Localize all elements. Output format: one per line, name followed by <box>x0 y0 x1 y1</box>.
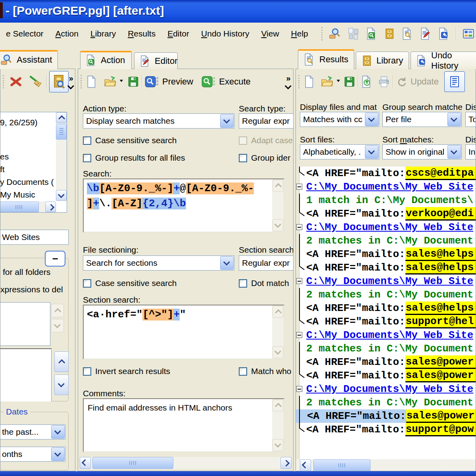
toolbar-grip[interactable] <box>3 75 6 88</box>
cleanup-broom-icon[interactable] <box>28 74 44 89</box>
dot-matches-checkbox[interactable]: Dot match <box>239 278 289 288</box>
tab-undo-history[interactable]: Undo History <box>411 52 476 69</box>
collapse-button[interactable]: − <box>45 251 65 267</box>
tab-library[interactable]: Library <box>356 52 409 69</box>
result-match-row[interactable]: <A HREF="mailto:sales@helps <box>296 301 476 315</box>
case-sensitive-checkbox[interactable]: Case sensitive search <box>83 136 177 145</box>
result-file-row[interactable]: C:\My Documents\My Web Site <box>296 180 476 194</box>
new-results-icon[interactable] <box>303 75 316 88</box>
menu-item-file-selector[interactable]: e Selector <box>0 29 50 38</box>
dates-period-dropdown[interactable] <box>51 447 65 461</box>
action-icon[interactable] <box>365 27 378 40</box>
tree-item[interactable]: 9, 26/259) <box>0 118 38 127</box>
open-dropdown-arrow[interactable] <box>337 80 340 84</box>
result-match-row[interactable]: <A HREF="mailto:sales@power <box>296 369 476 382</box>
undo-history-icon[interactable] <box>438 27 450 40</box>
result-match-row[interactable]: <A HREF="mailto:sales@helps <box>296 261 476 274</box>
tab-action[interactable]: Action <box>80 51 132 69</box>
display-files-dropdown[interactable] <box>365 113 378 126</box>
result-count-row[interactable]: 2 matches in C:\My Document <box>296 342 476 355</box>
result-match-row[interactable]: <A HREF="mailto:sales@helps <box>296 248 476 261</box>
toolbar-grip[interactable] <box>321 27 324 40</box>
expand-collapse-icon[interactable] <box>296 180 306 194</box>
mask-up-button[interactable] <box>51 304 64 317</box>
open-dropdown-arrow[interactable] <box>120 80 123 84</box>
exclude-masks-box[interactable] <box>0 348 52 401</box>
result-match-row[interactable]: <A HREF="mailto:sales@power <box>296 409 476 423</box>
display-files-combo[interactable]: Matches with cc <box>300 112 379 127</box>
dates-period-combo[interactable]: onths <box>0 447 65 462</box>
group-identical-checkbox[interactable]: Group ider <box>239 153 290 163</box>
open-action-icon[interactable] <box>103 75 117 88</box>
menu-item-library[interactable]: Library <box>84 29 122 38</box>
file-path-link[interactable]: C:\My Documents\My Web Site <box>306 275 473 287</box>
editor-icon[interactable] <box>419 27 432 40</box>
tree-hscrollbar[interactable] <box>0 202 56 212</box>
toolbar-grip[interactable] <box>298 75 301 88</box>
file-selector-icon[interactable] <box>329 27 342 40</box>
result-file-row[interactable]: C:\My Documents\My Web Site <box>296 221 476 234</box>
action-hscrollbar[interactable] <box>80 457 292 469</box>
file-path-link[interactable]: C:\My Documents\My Web Site <box>306 329 473 341</box>
result-match-row[interactable]: <A HREF="mailto:support@pow <box>296 423 476 436</box>
tree-item[interactable]: My Music <box>0 190 35 200</box>
group-matches-dropdown[interactable] <box>447 113 461 126</box>
title-bar[interactable]: - [PowerGREP.pgl] [after.txt] <box>0 0 476 23</box>
expand-collapse-icon[interactable] <box>296 221 306 234</box>
file-sectioning-combo[interactable]: Search for sections <box>83 255 234 271</box>
search-regex-box[interactable]: \b[A-Z0-9._%-]+@[A-Z0-9._%- ]+\.[A-Z]{2,… <box>83 178 284 232</box>
match-whole-checkbox[interactable]: Match who <box>239 367 292 376</box>
results-list[interactable]: <A HREF="mailto:cscs@editpaC:\My Documen… <box>296 167 476 459</box>
comments-box[interactable]: Find email addresses in HTML anchors <box>83 398 284 452</box>
expand-collapse-icon[interactable] <box>296 382 306 396</box>
result-count-row[interactable]: 1 match in C:\My Documents\ <box>296 194 476 207</box>
include-masks-box[interactable] <box>0 302 50 346</box>
save-action-icon[interactable] <box>127 75 140 88</box>
expand-collapse-icon[interactable] <box>296 274 306 288</box>
search-vscrollbar[interactable] <box>272 179 284 232</box>
action-type-dropdown[interactable] <box>220 114 234 128</box>
action-type-combo[interactable]: Display search matches <box>83 113 234 129</box>
execute-button[interactable]: Execute <box>201 75 251 88</box>
exclude-down-button[interactable] <box>54 374 69 395</box>
file-selector-toggle-button[interactable] <box>49 71 69 92</box>
result-match-row[interactable]: <A HREF="mailto:verkoop@edi <box>296 207 476 221</box>
tab-editor[interactable]: Editor <box>134 52 178 69</box>
results-icon[interactable] <box>401 27 414 40</box>
exclude-up-button[interactable] <box>54 351 69 372</box>
view-layout-icon[interactable] <box>462 27 475 40</box>
file-sectioning-dropdown[interactable] <box>220 256 234 270</box>
copy-files-icon[interactable] <box>347 27 360 40</box>
display-clipped-combo[interactable]: To <box>465 112 476 127</box>
file-contents-toggle-button[interactable] <box>444 71 465 92</box>
tab-assistant[interactable]: Assistant <box>0 50 58 69</box>
section-regex-box[interactable]: <a·href="[^>"]+" <box>83 305 284 359</box>
dates-mode-combo[interactable]: the past... <box>0 424 65 440</box>
section-case-checkbox[interactable]: Case sensitive search <box>83 278 177 288</box>
preview-button[interactable]: Preview <box>144 75 193 88</box>
result-count-row[interactable]: 2 matches in C:\My Document <box>296 288 476 301</box>
toolbar-overflow[interactable]: » <box>286 74 291 89</box>
sort-files-dropdown[interactable] <box>365 145 378 159</box>
expand-collapse-icon[interactable] <box>296 328 306 342</box>
result-file-row[interactable]: C:\My Documents\My Web Site <box>296 274 476 288</box>
result-match-row[interactable]: <A HREF="mailto:support@hel <box>296 315 476 328</box>
toolbar-overflow[interactable]: » <box>69 74 73 89</box>
dates-mode-dropdown[interactable] <box>51 425 65 439</box>
menu-item-action[interactable]: Action <box>50 29 84 38</box>
search-type-combo[interactable]: Regular expr <box>239 113 294 129</box>
tree-item[interactable]: y Documents ( <box>0 177 54 187</box>
export-results-icon[interactable] <box>361 75 373 88</box>
result-match-row[interactable]: <A HREF="mailto:sales@power <box>296 355 476 369</box>
file-path-link[interactable]: C:\My Documents\My Web Site <box>306 181 473 193</box>
save-results-icon[interactable] <box>343 75 356 88</box>
library-icon[interactable] <box>384 28 395 40</box>
toolbar-grip[interactable] <box>81 75 83 88</box>
clear-selection-icon[interactable] <box>8 75 24 89</box>
section-type-combo[interactable]: Regular expr <box>239 255 294 271</box>
menu-item-editor[interactable]: Editor <box>161 29 195 38</box>
menu-item-view[interactable]: View <box>255 29 285 38</box>
menu-item-results[interactable]: Results <box>122 29 161 38</box>
group-results-checkbox[interactable]: Group results for all files <box>83 153 185 163</box>
mask-down-button[interactable] <box>51 319 64 332</box>
